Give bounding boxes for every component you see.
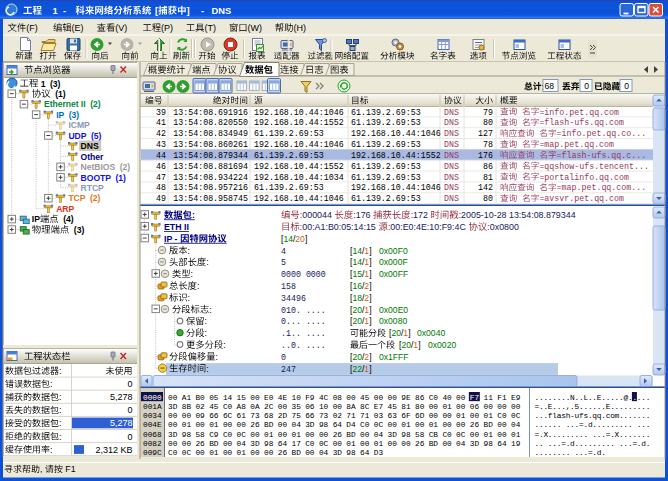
svg-text:13:54:08.820550: 13:54:08.820550 <box>173 118 248 127</box>
svg-text:9E: 9E <box>401 394 411 402</box>
svg-text:4C: 4C <box>319 394 329 402</box>
svg-text:DNS: DNS <box>212 6 232 16</box>
svg-text:]: ] <box>369 246 371 256</box>
svg-text:176: 176 <box>356 210 371 220</box>
svg-text:BD: BD <box>291 449 301 457</box>
svg-text:B0: B0 <box>195 394 205 402</box>
svg-text:06: 06 <box>305 403 315 411</box>
svg-text:86: 86 <box>415 394 425 402</box>
svg-text:Other: Other <box>81 152 104 162</box>
svg-text:01: 01 <box>511 431 521 439</box>
svg-text:00: 00 <box>470 412 480 420</box>
svg-text:00: 00 <box>333 440 343 448</box>
svg-text:0C: 0C <box>374 421 384 429</box>
svg-text:DNS: DNS <box>444 194 459 203</box>
svg-text:C0: C0 <box>497 412 507 420</box>
svg-text:001A: 001A <box>143 403 162 411</box>
svg-text:F7: F7 <box>470 394 480 402</box>
svg-text:3D: 3D <box>250 440 260 448</box>
svg-text:15: 15 <box>237 394 247 402</box>
svg-text:71: 71 <box>346 412 356 420</box>
svg-text:0x00FF: 0x00FF <box>379 269 408 279</box>
svg-text:0000: 0000 <box>143 394 162 402</box>
svg-text:[: [ <box>155 6 158 16</box>
svg-text:22: 22 <box>352 364 362 374</box>
svg-text:26: 26 <box>195 440 205 448</box>
svg-text:13:54:08.881694: 13:54:08.881694 <box>173 162 248 171</box>
svg-text:6F: 6F <box>401 412 411 420</box>
svg-text:47: 47 <box>156 173 166 182</box>
svg-text:0: 0 <box>624 81 629 91</box>
svg-text:20: 20 <box>391 328 401 338</box>
svg-text:41: 41 <box>156 118 166 127</box>
svg-text:98: 98 <box>319 421 329 429</box>
svg-text:71: 71 <box>360 412 370 420</box>
svg-text::: : <box>50 445 53 455</box>
svg-text:01: 01 <box>264 431 274 439</box>
svg-text:ETH II: ETH II <box>164 222 189 232</box>
svg-text:01: 01 <box>442 403 452 411</box>
svg-text:01: 01 <box>237 449 247 457</box>
svg-text:(T): (T) <box>204 23 216 33</box>
svg-text:00: 00 <box>223 449 233 457</box>
svg-text:49: 49 <box>156 194 166 203</box>
svg-text:]: ] <box>369 257 371 267</box>
svg-text:..0. ....: ..0. .... <box>281 341 326 350</box>
svg-text:=flash-ufs.qq.c...: =flash-ufs.qq.c... <box>557 151 647 160</box>
svg-text:01: 01 <box>346 440 356 448</box>
svg-text::: : <box>206 257 208 267</box>
svg-text:00: 00 <box>429 412 439 420</box>
svg-text:78: 78 <box>483 140 493 149</box>
svg-text:18: 18 <box>352 293 362 303</box>
svg-text:98: 98 <box>182 431 192 439</box>
svg-text:26: 26 <box>415 440 425 448</box>
svg-text:00: 00 <box>168 394 178 402</box>
svg-text:40: 40 <box>442 394 452 402</box>
svg-text:ARP: ARP <box>56 204 74 214</box>
svg-text:01: 01 <box>456 412 466 420</box>
svg-text:00:E0:4E:10:F9:4C: 00:E0:4E:10:F9:4C <box>390 222 466 232</box>
svg-text:0034: 0034 <box>143 412 162 420</box>
svg-text:00: 00 <box>168 421 178 429</box>
svg-text:66: 66 <box>209 412 219 420</box>
svg-text:000044: 000044 <box>302 210 332 220</box>
svg-text:0: 0 <box>281 353 286 362</box>
svg-text:01: 01 <box>209 421 219 429</box>
svg-text:39: 39 <box>156 108 166 117</box>
svg-text:2,312 KB: 2,312 KB <box>95 445 132 455</box>
svg-text:0: 0 <box>127 405 132 415</box>
svg-text:0C: 0C <box>237 431 247 439</box>
svg-text:04: 04 <box>511 421 521 429</box>
svg-text:8A: 8A <box>346 403 356 411</box>
svg-text::: : <box>205 328 207 338</box>
svg-text:=flash-ufs.qq.com: =flash-ufs.qq.com <box>539 118 624 127</box>
svg-text:UDP (5): UDP (5) <box>68 131 101 141</box>
svg-text:3D: 3D <box>168 431 178 439</box>
svg-text:98: 98 <box>264 440 274 448</box>
svg-text:,: , <box>40 464 45 474</box>
svg-text:-: - <box>201 6 204 16</box>
svg-text:00: 00 <box>223 421 233 429</box>
svg-text:00: 00 <box>388 421 398 429</box>
svg-text:00: 00 <box>168 440 178 448</box>
svg-text:0x0020: 0x0020 <box>428 340 456 350</box>
svg-text:80: 80 <box>483 194 493 203</box>
svg-text:RTCP: RTCP <box>81 183 105 193</box>
svg-text:4E: 4E <box>278 394 288 402</box>
svg-text:26: 26 <box>250 421 260 429</box>
svg-text:0... ....: 0... .... <box>281 317 326 326</box>
svg-text:DNS: DNS <box>444 173 459 182</box>
svg-text::: : <box>205 316 207 326</box>
svg-text:0000 0000: 0000 0000 <box>281 270 326 279</box>
svg-text:00: 00 <box>305 449 315 457</box>
svg-text:DNS: DNS <box>444 108 459 117</box>
svg-text:]: ] <box>418 340 420 350</box>
svg-text:00: 00 <box>442 440 452 448</box>
svg-text:0x0800: 0x0800 <box>490 222 519 232</box>
svg-text:BD: BD <box>209 440 219 448</box>
svg-text:98: 98 <box>346 449 356 457</box>
svg-text:02: 02 <box>195 403 205 411</box>
svg-text:17: 17 <box>291 440 301 448</box>
svg-text:1 (3): 1 (3) <box>38 79 60 89</box>
svg-text::: : <box>59 418 62 428</box>
